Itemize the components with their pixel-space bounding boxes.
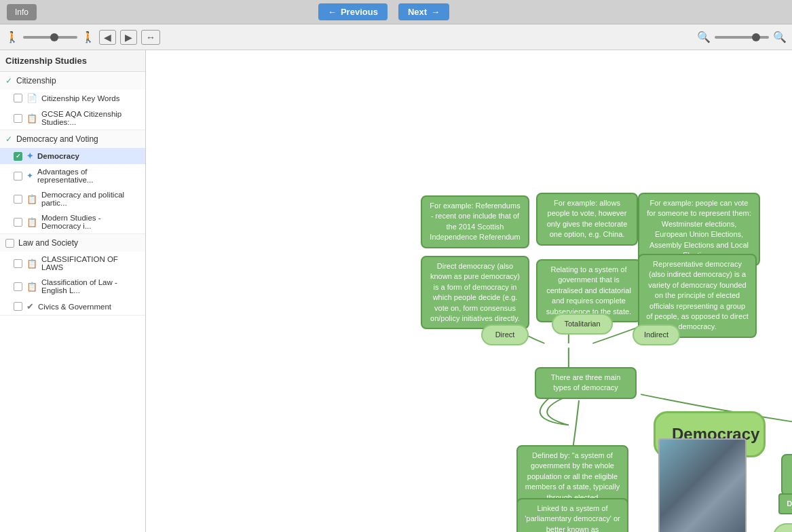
sidebar-section-citizenship-header[interactable]: ✓ Citizenship <box>0 72 145 90</box>
law-checkbox-icon <box>5 239 14 248</box>
pan-right-button[interactable]: ▶ <box>120 30 137 45</box>
node-totalitarian: Totalitarian <box>552 314 613 335</box>
sidebar-item-democracy-political[interactable]: 📋 Democracy and political partic... <box>0 187 145 210</box>
node-totalitarian-desc: Relating to a system of government that … <box>536 259 641 322</box>
sidebar-section-democracy: ✓ Democracy and Voting ✓ ✦ Democracy ✦ A… <box>0 130 145 234</box>
zoom-slider-thumb[interactable] <box>50 33 58 41</box>
toolbar-left: 🚶 🚶 ◀ ▶ ↔ <box>5 30 697 45</box>
sidebar-item-gcse-citizenship[interactable]: 📋 GCSE AQA Citizenship Studies:... <box>0 107 145 130</box>
sidebar: Citizenship Studies ✓ Citizenship 📄 Citi… <box>0 50 146 532</box>
zoom-slider[interactable] <box>23 36 77 39</box>
item-label: Democracy and political partic... <box>41 191 140 207</box>
doc-icon: 📋 <box>26 194 37 204</box>
sidebar-section-law: Law and Society 📋 CLASSIFICATION OF LAWS… <box>0 234 145 316</box>
sidebar-item-advantages-rep[interactable]: ✦ Advantages of representative... <box>0 164 145 187</box>
main-layout: Citizenship Studies ✓ Citizenship 📄 Citi… <box>0 50 792 532</box>
item-checkbox-icon <box>14 172 22 180</box>
node-etymology: Democracy is derived from the Greek, DEM… <box>781 454 792 496</box>
item-checkbox-icon <box>14 302 22 311</box>
democracy-check-icon: ✓ <box>5 134 12 144</box>
item-checkbox-icon: ✓ <box>14 152 22 161</box>
top-bar-center: ← Previous Next → <box>318 3 449 20</box>
top-bar-left: Info <box>7 4 37 20</box>
node-text: Linked to a system of 'parliamentary dem… <box>525 504 620 532</box>
item-label: Advantages of representative... <box>37 168 140 184</box>
item-label: CLASSIFICATION OF LAWS <box>41 255 140 271</box>
sidebar-section-democracy-header[interactable]: ✓ Democracy and Voting <box>0 130 145 148</box>
size-slider[interactable] <box>715 36 769 39</box>
item-label: Classification of Law -English L... <box>41 278 140 294</box>
node-the-people: the people <box>773 523 792 532</box>
sidebar-item-democracy[interactable]: ✓ ✦ Democracy <box>0 148 145 164</box>
node-text: There are three main types of democracy <box>551 373 621 392</box>
content-area: For example: Referendums - recent one in… <box>146 50 792 532</box>
node-direct-desc: Direct democracy (also known as pure dem… <box>421 256 529 329</box>
toolbar: 🚶 🚶 ◀ ▶ ↔ 🔍 🔍 <box>0 24 792 50</box>
star-icon: ✦ <box>26 171 33 180</box>
toolbar-right: 🔍 🔍 <box>697 31 787 44</box>
node-text: For example: people can vote for someone… <box>647 199 751 259</box>
node-text: Totalitarian <box>564 320 600 328</box>
node-text: For example: allows people to vote, howe… <box>547 199 628 238</box>
doc-icon: ✔ <box>26 301 34 311</box>
item-label: Citizenship Key Words <box>41 94 119 102</box>
node-direct: Direct <box>481 324 529 345</box>
item-checkbox-icon <box>14 114 22 123</box>
zoom-out-icon: 🔍 <box>697 31 711 44</box>
sidebar-item-classification-laws[interactable]: 📋 CLASSIFICATION OF LAWS <box>0 252 145 275</box>
sidebar-section-law-header[interactable]: Law and Society <box>0 234 145 252</box>
pan-left-button[interactable]: ◀ <box>99 30 116 45</box>
sidebar-item-modern-studies[interactable]: 📋 Modern Studies - Democracy i... <box>0 210 145 233</box>
citizenship-label: Citizenship <box>16 76 56 86</box>
doc-icon: 📄 <box>26 93 37 103</box>
mind-map-container: For example: Referendums - recent one in… <box>146 50 792 532</box>
node-text: For example: Referendums - recent one in… <box>430 202 520 241</box>
node-parliamentary: Linked to a system of 'parliamentary dem… <box>516 498 628 532</box>
doc-icon: 📋 <box>26 282 37 292</box>
next-button[interactable]: Next → <box>398 3 449 20</box>
node-text: DEMOS <box>787 499 792 508</box>
pan-up-button[interactable]: ↔ <box>141 30 160 45</box>
node-text: Relating to a system of government that … <box>546 265 631 316</box>
top-bar: Info ← Previous Next → <box>0 0 792 24</box>
sidebar-section-citizenship: ✓ Citizenship 📄 Citizenship Key Words 📋 … <box>0 72 145 130</box>
parliament-image: PARLIAMENTSQUARE SW1 <box>658 438 747 532</box>
prev-button[interactable]: ← Previous <box>318 3 388 20</box>
next-arrow-icon: → <box>431 7 440 17</box>
node-text: Direct <box>495 330 515 339</box>
doc-icon: 📋 <box>26 113 37 124</box>
star-icon: ✦ <box>26 151 33 161</box>
citizenship-check-icon: ✓ <box>5 76 12 86</box>
sidebar-item-classification-law-english[interactable]: 📋 Classification of Law -English L... <box>0 275 145 298</box>
sidebar-item-citizenship-keywords[interactable]: 📄 Citizenship Key Words <box>0 90 145 107</box>
item-checkbox-icon <box>14 195 22 204</box>
person-large-icon: 🚶 <box>81 31 95 44</box>
node-text: Indirect <box>644 330 668 339</box>
item-label: Modern Studies - Democracy i... <box>41 214 140 230</box>
node-direct-example: For example: Referendums - recent one in… <box>421 195 529 248</box>
item-label: Democracy <box>37 152 79 160</box>
size-slider-thumb[interactable] <box>752 33 760 41</box>
doc-icon: 📋 <box>26 259 37 269</box>
node-text: Direct democracy (also known as pure dem… <box>430 262 520 322</box>
info-button[interactable]: Info <box>7 4 37 20</box>
person-small-icon: 🚶 <box>5 31 19 44</box>
item-checkbox-icon <box>14 259 22 268</box>
node-totalitarian-example: For example: allows people to vote, howe… <box>536 193 638 246</box>
node-text: Representative democracy (also indirect … <box>646 260 748 330</box>
doc-icon: 📋 <box>26 217 37 227</box>
item-checkbox-icon <box>14 282 22 291</box>
sidebar-item-civics-government[interactable]: ✔ Civics & Government <box>0 298 145 315</box>
item-label: GCSE AQA Citizenship Studies:... <box>41 110 140 126</box>
item-label: Civics & Government <box>38 303 111 311</box>
node-three-types: There are three main types of democracy <box>535 367 637 399</box>
item-checkbox-icon <box>14 218 22 227</box>
item-checkbox-icon <box>14 94 22 102</box>
node-demos: DEMOS <box>778 493 792 514</box>
prev-arrow-icon: ← <box>328 7 337 17</box>
democracy-voting-label: Democracy and Voting <box>16 134 98 144</box>
sidebar-title: Citizenship Studies <box>0 50 145 72</box>
zoom-in-icon: 🔍 <box>773 31 787 44</box>
node-text: the people <box>787 529 792 532</box>
node-indirect: Indirect <box>633 324 680 345</box>
